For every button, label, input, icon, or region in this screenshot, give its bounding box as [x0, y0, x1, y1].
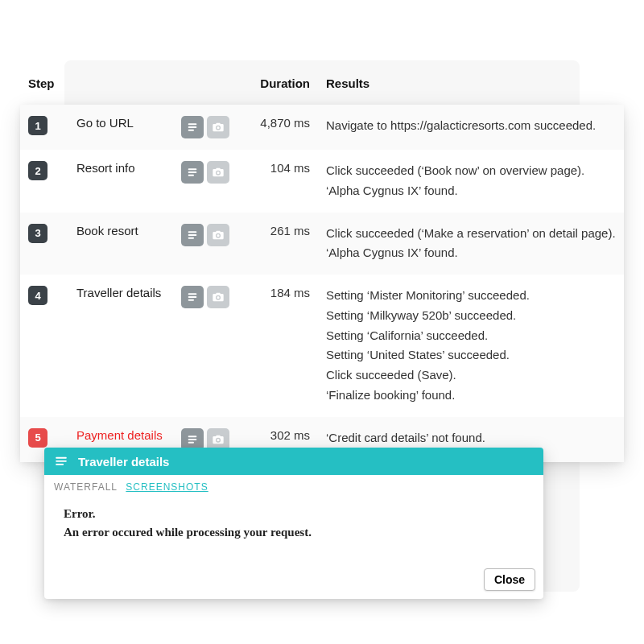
close-button[interactable]: Close	[484, 568, 535, 591]
step-number-badge: 5	[28, 428, 47, 448]
svg-rect-0	[188, 123, 197, 125]
svg-rect-17	[56, 464, 64, 465]
log-icon[interactable]	[181, 116, 204, 138]
svg-rect-2	[188, 130, 194, 131]
table-row[interactable]: 3Book resort261 msClick succeeded (‘Make…	[20, 213, 624, 275]
panel-header[interactable]: Traveller details	[44, 448, 543, 475]
step-results: Click succeeded (‘Book now’ on overview …	[326, 161, 616, 201]
header-step: Step	[28, 76, 76, 90]
header-duration: Duration	[246, 76, 326, 90]
step-name: Traveller details	[76, 286, 181, 299]
header-results: Results	[326, 76, 616, 90]
svg-rect-6	[188, 231, 197, 233]
result-line: Setting ‘United States’ succeeded.	[326, 345, 616, 365]
step-duration: 104 ms	[246, 161, 326, 175]
step-name: Go to URL	[76, 116, 181, 130]
svg-rect-1	[188, 126, 197, 128]
step-duration: 302 ms	[246, 428, 326, 442]
result-line: Click succeeded (Save).	[326, 365, 616, 386]
result-line: ‘Credit card details’ not found.	[326, 428, 616, 448]
step-results: Navigate to https://galacticresorts.com …	[326, 116, 616, 136]
menu-icon	[54, 454, 68, 469]
step-results: ‘Credit card details’ not found.	[326, 428, 616, 448]
camera-icon[interactable]	[207, 224, 229, 246]
table-row[interactable]: 1Go to URL4,870 msNavigate to https://ga…	[20, 105, 624, 150]
svg-rect-15	[56, 457, 67, 459]
camera-icon[interactable]	[207, 286, 229, 308]
step-name: Resort info	[76, 161, 181, 175]
step-results: Click succeeded (‘Make a reservation’ on…	[326, 224, 616, 264]
camera-icon[interactable]	[207, 116, 229, 138]
table-header: Step Duration Results	[20, 76, 624, 90]
step-detail-panel: Traveller details WATERFALL SCREENSHOTS …	[44, 448, 543, 599]
result-line: Setting ‘Mister Monitoring’ succeeded.	[326, 286, 616, 306]
step-duration: 4,870 ms	[246, 116, 326, 130]
result-line: Click succeeded (‘Make a reservation’ on…	[326, 224, 616, 244]
panel-title: Traveller details	[78, 455, 169, 469]
result-line: ‘Finalize booking’ found.	[326, 386, 616, 406]
svg-rect-8	[188, 237, 194, 238]
panel-body: Error. An error occured while processing…	[44, 501, 543, 562]
svg-rect-12	[188, 436, 197, 437]
panel-tabs: WATERFALL SCREENSHOTS	[44, 475, 543, 501]
svg-rect-5	[188, 175, 194, 176]
table-row[interactable]: 4Traveller details184 msSetting ‘Mister …	[20, 275, 624, 417]
svg-rect-16	[56, 460, 67, 462]
log-icon[interactable]	[181, 161, 204, 184]
result-line: Click succeeded (‘Book now’ on overview …	[326, 161, 616, 181]
result-line: Setting ‘California’ succeeded.	[326, 326, 616, 346]
header-icons-spacer	[181, 76, 246, 90]
svg-rect-11	[188, 299, 194, 301]
svg-rect-7	[188, 234, 197, 236]
error-title: Error.	[64, 507, 524, 521]
result-line: ‘Alpha Cygnus IX’ found.	[326, 181, 616, 201]
step-duration: 261 ms	[246, 224, 326, 237]
step-duration: 184 ms	[246, 286, 326, 299]
step-number-badge: 3	[28, 224, 47, 243]
step-number-badge: 2	[28, 161, 47, 180]
error-message: An error occured while processing your r…	[64, 526, 524, 539]
svg-rect-9	[188, 293, 197, 295]
log-icon[interactable]	[181, 224, 204, 246]
svg-rect-3	[188, 168, 197, 170]
result-line: ‘Alpha Cygnus IX’ found.	[326, 243, 616, 263]
table-row[interactable]: 2Resort info104 msClick succeeded (‘Book…	[20, 150, 624, 213]
step-number-badge: 4	[28, 286, 47, 305]
step-name: Book resort	[76, 224, 181, 237]
result-line: Navigate to https://galacticresorts.com …	[326, 116, 616, 136]
header-name-spacer	[76, 76, 181, 90]
svg-rect-14	[188, 441, 194, 443]
svg-rect-4	[188, 171, 197, 173]
svg-rect-10	[188, 296, 197, 298]
steps-table: 1Go to URL4,870 msNavigate to https://ga…	[20, 105, 624, 462]
panel-footer: Close	[44, 562, 543, 599]
step-name: Payment details	[76, 428, 181, 442]
camera-icon[interactable]	[207, 161, 229, 184]
tab-waterfall[interactable]: WATERFALL	[54, 481, 118, 493]
log-icon[interactable]	[181, 286, 204, 308]
result-line: Setting ‘Milkyway 520b’ succeeded.	[326, 306, 616, 326]
svg-rect-13	[188, 439, 197, 440]
step-number-badge: 1	[28, 116, 47, 135]
tab-screenshots[interactable]: SCREENSHOTS	[126, 481, 208, 493]
step-results: Setting ‘Mister Monitoring’ succeeded.Se…	[326, 286, 616, 406]
